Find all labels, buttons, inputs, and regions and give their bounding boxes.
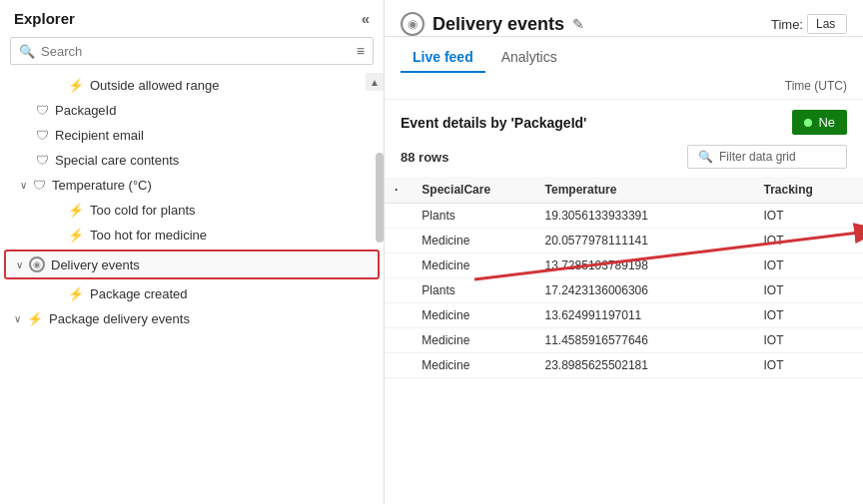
sidebar-item-label: Package created: [90, 286, 188, 301]
search-bar[interactable]: 🔍 ≡: [10, 37, 374, 65]
sidebar-item-too-cold[interactable]: ⚡ Too cold for plants: [0, 198, 384, 223]
bolt-icon: ⚡: [68, 286, 84, 301]
cell-tracking: IOT: [753, 253, 863, 278]
table-row[interactable]: Medicine 23.8985625502181 IOT: [385, 353, 863, 378]
cell-special-care: Plants: [412, 204, 534, 229]
cell-special-care: Medicine: [412, 253, 534, 278]
cell-tracking: IOT: [753, 353, 863, 378]
collapse-icon[interactable]: «: [362, 10, 370, 27]
filter-input[interactable]: 🔍 Filter data grid: [687, 145, 847, 169]
cell-temperature: 23.8985625502181: [535, 353, 754, 378]
sidebar-content: ⚡ Outside allowed range 🛡 PackageId 🛡 Re…: [0, 73, 384, 504]
bolt-icon: ⚡: [68, 78, 84, 93]
cell-dot: [385, 204, 412, 229]
bolt-group-icon: ⚡: [27, 311, 43, 326]
sidebar-item-label: Special care contents: [55, 153, 179, 168]
sidebar-item-delivery-events[interactable]: ∨ ◉ Delivery events: [6, 252, 378, 277]
sidebar-item-temperature[interactable]: ∨ 🛡 Temperature (°C): [0, 173, 384, 198]
cell-tracking: IOT: [753, 204, 863, 229]
cell-special-care: Medicine: [412, 328, 534, 353]
cell-tracking: IOT: [753, 328, 863, 353]
time-label-text: Time:: [771, 17, 803, 32]
time-value[interactable]: Las: [807, 14, 847, 34]
time-utc-bar: Time (UTC): [385, 73, 863, 100]
col-header-dot: ·: [385, 177, 412, 204]
cell-tracking: IOT: [753, 229, 863, 253]
col-header-special-care[interactable]: SpecialCare: [412, 177, 534, 204]
cell-special-care: Medicine: [412, 229, 534, 253]
sidebar-header: Explorer «: [0, 0, 384, 37]
event-details-header: Event details by 'PackageId' Ne: [385, 100, 863, 141]
tab-live-feed[interactable]: Live feed: [401, 43, 485, 73]
sidebar-item-label: Too cold for plants: [90, 203, 196, 218]
main-header: ◉ Delivery events ✎ Time: Las: [385, 0, 863, 37]
bolt-icon: ⚡: [68, 203, 84, 218]
bolt-icon: ⚡: [68, 228, 84, 243]
rows-count: 88 rows: [401, 150, 448, 165]
sidebar-item-label: Delivery events: [51, 257, 140, 272]
sidebar-item-label: Temperature (°C): [52, 178, 152, 193]
search-icon: 🔍: [19, 44, 35, 59]
tabs-bar: Live feed Analytics: [385, 43, 863, 73]
shield-icon: 🛡: [36, 128, 49, 143]
cell-temperature: 11.4585916577646: [535, 328, 754, 353]
table-row[interactable]: Medicine 20.0577978111141 IOT: [385, 229, 863, 253]
cell-temperature: 20.0577978111141: [535, 229, 754, 253]
table-row[interactable]: Medicine 13.7285103789198 IOT: [385, 253, 863, 278]
cell-dot: [385, 328, 412, 353]
sidebar-item-too-hot[interactable]: ⚡ Too hot for medicine: [0, 223, 384, 248]
new-button[interactable]: Ne: [792, 110, 847, 135]
shield-icon: 🛡: [36, 153, 49, 168]
cell-dot: [385, 353, 412, 378]
cell-tracking: IOT: [753, 303, 863, 328]
search-input[interactable]: [41, 44, 357, 59]
cell-temperature: 13.624991197011: [535, 303, 754, 328]
sidebar-item-label: Recipient email: [55, 128, 144, 143]
cell-special-care: Medicine: [412, 353, 534, 378]
sidebar-item-package-created[interactable]: ⚡ Package created: [0, 281, 384, 306]
chevron-down-icon: ∨: [16, 259, 23, 270]
tab-analytics[interactable]: Analytics: [489, 43, 569, 73]
scrollbar-track[interactable]: ▲: [376, 73, 384, 504]
sidebar-item-package-id[interactable]: 🛡 PackageId: [0, 98, 384, 123]
cell-special-care: Plants: [412, 278, 534, 303]
sidebar: Explorer « 🔍 ≡ ⚡ Outside allowed range 🛡…: [0, 0, 385, 504]
shield-icon: 🛡: [36, 103, 49, 118]
main-content: ◉ Delivery events ✎ Time: Las Live feed …: [385, 0, 863, 504]
cell-dot: [385, 229, 412, 253]
new-button-label: Ne: [818, 115, 835, 130]
cell-temperature: 19.3056133933391: [535, 204, 754, 229]
cell-temperature: 13.7285103789198: [535, 253, 754, 278]
data-grid: · SpecialCare Temperature Tracking Plant…: [385, 177, 863, 504]
cell-dot: [385, 253, 412, 278]
table-row[interactable]: Plants 17.2423136006306 IOT: [385, 278, 863, 303]
title-row: ◉ Delivery events ✎: [401, 12, 584, 36]
delivery-events-icon: ◉: [401, 12, 425, 36]
page-title: Delivery events: [432, 14, 564, 35]
time-control: Time: Las: [771, 14, 847, 34]
sidebar-item-special-care[interactable]: 🛡 Special care contents: [0, 148, 384, 173]
scrollbar-thumb[interactable]: [376, 153, 384, 243]
col-header-tracking[interactable]: Tracking: [753, 177, 863, 204]
table-row[interactable]: Medicine 13.624991197011 IOT: [385, 303, 863, 328]
cell-temperature: 17.2423136006306: [535, 278, 754, 303]
circle-pulse-icon: ◉: [29, 256, 45, 272]
cell-dot: [385, 303, 412, 328]
col-header-temperature[interactable]: Temperature: [535, 177, 754, 204]
table-row[interactable]: Plants 19.3056133933391 IOT: [385, 204, 863, 229]
new-dot-icon: [804, 119, 812, 127]
table-row[interactable]: Medicine 11.4585916577646 IOT: [385, 328, 863, 353]
event-details-title: Event details by 'PackageId': [401, 115, 586, 131]
sidebar-item-recipient-email[interactable]: 🛡 Recipient email: [0, 123, 384, 148]
edit-icon[interactable]: ✎: [572, 16, 584, 32]
filter-search-icon: 🔍: [698, 150, 713, 164]
filter-placeholder-text: Filter data grid: [719, 150, 796, 164]
scroll-up-button[interactable]: ▲: [366, 73, 384, 91]
sidebar-title: Explorer: [14, 10, 75, 27]
sidebar-item-outside-range[interactable]: ⚡ Outside allowed range: [0, 73, 384, 98]
filter-icon[interactable]: ≡: [357, 43, 365, 59]
sidebar-item-package-delivery[interactable]: ∨ ⚡ Package delivery events: [0, 306, 384, 331]
sidebar-item-label: Outside allowed range: [90, 78, 219, 93]
sidebar-item-label: Package delivery events: [49, 311, 190, 326]
time-utc-label: Time (UTC): [785, 79, 847, 93]
